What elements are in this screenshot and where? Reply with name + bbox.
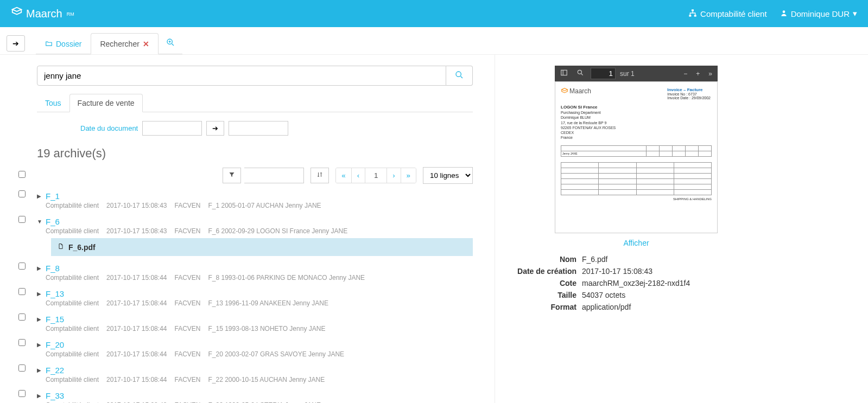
preview-panel: sur 1 − + » Invoice – Facture Invoice No…: [495, 55, 777, 403]
pager-first[interactable]: «: [336, 168, 351, 183]
pdf-toolbar: sur 1 − + »: [555, 66, 718, 81]
meta-value-taille: 54037 octets: [582, 291, 761, 299]
afficher-link[interactable]: Afficher: [623, 239, 649, 247]
search-input[interactable]: [37, 66, 446, 86]
tab-rechercher[interactable]: Rechercher ✕: [91, 33, 158, 54]
pager-page-input[interactable]: [365, 168, 387, 183]
svg-point-3: [782, 10, 785, 13]
result-checkbox[interactable]: [18, 216, 26, 223]
meta-value-format: application/pdf: [582, 303, 761, 311]
zoom-in-icon[interactable]: +: [694, 69, 702, 79]
result-checkbox[interactable]: [18, 314, 26, 321]
svg-rect-1: [689, 15, 691, 16]
result-meta: Comptabilité client2017-10-17 15:08:44FA…: [37, 325, 473, 332]
brand-logo[interactable]: Maarch RM: [11, 6, 74, 21]
expand-caret-icon[interactable]: ▶: [37, 291, 42, 297]
result-row: ▶F_13Comptabilité client2017-10-17 15:08…: [37, 287, 473, 312]
subtab-facture[interactable]: Facture de vente: [69, 94, 143, 112]
result-checkbox[interactable]: [18, 390, 26, 397]
expand-caret-icon[interactable]: ▶: [37, 316, 42, 322]
pdf-page[interactable]: Invoice – Facture Invoice No : 6737 Invo…: [555, 81, 718, 233]
main-tabs: Dossier Rechercher ✕: [36, 33, 182, 54]
result-link[interactable]: F_22: [46, 366, 64, 375]
sort-button[interactable]: [311, 168, 329, 183]
result-link[interactable]: F_20: [46, 340, 64, 349]
svg-point-5: [456, 72, 461, 76]
date-label: Date du document: [80, 124, 138, 132]
pager-last[interactable]: »: [401, 168, 416, 183]
new-search-button[interactable]: [159, 33, 182, 54]
svg-rect-0: [692, 9, 694, 11]
result-checkbox[interactable]: [18, 263, 26, 270]
list-controls: « ‹ › » 10 lignes: [37, 167, 473, 184]
subtab-all[interactable]: Tous: [37, 94, 69, 112]
result-checkbox[interactable]: [18, 288, 26, 295]
pdf-page-input[interactable]: [591, 68, 616, 79]
result-link[interactable]: F_33: [46, 391, 64, 400]
result-row: ▶F_8Comptabilité client2017-10-17 15:08:…: [37, 261, 473, 287]
pager: « ‹ › »: [335, 168, 416, 183]
expand-caret-icon[interactable]: ▶: [37, 367, 42, 373]
close-icon[interactable]: ✕: [143, 40, 149, 48]
result-row: ▶F_22Comptabilité client2017-10-17 15:08…: [37, 363, 473, 389]
result-checkbox[interactable]: [18, 364, 26, 372]
zoom-out-icon[interactable]: −: [681, 69, 689, 79]
result-link[interactable]: F_8: [46, 264, 60, 273]
arrow-right-icon: ➔: [212, 124, 218, 132]
invoice-lines-table: [561, 162, 712, 195]
filter-input[interactable]: [244, 168, 304, 183]
pager-next[interactable]: ›: [387, 168, 401, 183]
sidebar-toggle-icon[interactable]: [558, 68, 570, 79]
pdf-more-icon[interactable]: »: [706, 69, 714, 79]
date-to-input[interactable]: [229, 121, 288, 136]
meta-value-nom: F_6.pdf: [582, 255, 761, 264]
brand-sub: RM: [67, 11, 74, 17]
date-from-input[interactable]: [142, 121, 202, 136]
search-button[interactable]: [446, 66, 473, 86]
user-menu[interactable]: Dominique DUR ▾: [780, 9, 857, 18]
svg-rect-2: [694, 15, 696, 16]
expand-caret-icon[interactable]: ▶: [37, 342, 42, 348]
filter-icon: [229, 171, 235, 180]
result-checkbox[interactable]: [18, 190, 26, 197]
result-link[interactable]: F_13: [46, 289, 64, 298]
org-menu[interactable]: Comptabilité client: [688, 9, 767, 19]
file-icon: [58, 242, 64, 252]
filter-tabs: Tous Facture de vente: [37, 93, 473, 112]
search-panel: Tous Facture de vente Date du document ➔…: [7, 55, 495, 403]
result-link[interactable]: F_15: [46, 315, 64, 324]
meta-label-taille: Taille: [511, 291, 576, 299]
document-metadata: Nom F_6.pdf Date de création 2017-10-17 …: [511, 255, 761, 311]
select-all-checkbox[interactable]: [18, 171, 26, 178]
sidebar-toggle-button[interactable]: ➔: [7, 35, 25, 52]
pdf-page-sep: sur 1: [620, 70, 635, 78]
attachment-row[interactable]: F_6.pdf: [51, 238, 473, 256]
svg-point-7: [578, 70, 581, 74]
user-name: Dominique DUR: [791, 9, 850, 18]
result-link[interactable]: F_1: [46, 191, 60, 201]
result-row: ▶F_20Comptabilité client2017-10-17 15:08…: [37, 338, 473, 363]
expand-caret-icon[interactable]: ▼: [37, 219, 42, 225]
result-checkbox[interactable]: [18, 339, 26, 346]
filter-button[interactable]: [223, 168, 241, 183]
result-meta: Comptabilité client2017-10-17 15:08:43FA…: [37, 227, 473, 235]
brand-name: Maarch: [26, 8, 62, 20]
pdf-search-icon[interactable]: [574, 68, 586, 79]
pager-prev[interactable]: ‹: [352, 168, 365, 183]
box-icon: [11, 6, 23, 21]
expand-caret-icon[interactable]: ▶: [37, 193, 42, 199]
result-row: ▶F_1Comptabilité client2017-10-17 15:08:…: [37, 189, 473, 215]
result-list: ▶F_1Comptabilité client2017-10-17 15:08:…: [37, 189, 473, 403]
date-range-arrow[interactable]: ➔: [206, 121, 224, 136]
result-meta: Comptabilité client2017-10-17 15:08:44FA…: [37, 350, 473, 358]
lines-select[interactable]: 10 lignes: [423, 167, 473, 184]
expand-caret-icon[interactable]: ▶: [37, 393, 42, 399]
svg-rect-6: [561, 70, 567, 75]
expand-caret-icon[interactable]: ▶: [37, 265, 42, 271]
tab-dossier[interactable]: Dossier: [36, 33, 91, 54]
meta-value-cote: maarchRM_oxz3ej-2182-nxd1f4: [582, 279, 761, 287]
result-row: ▶F_15Comptabilité client2017-10-17 15:08…: [37, 312, 473, 338]
meta-value-created: 2017-10-17 15:08:43: [582, 267, 761, 276]
result-link[interactable]: F_6: [46, 217, 60, 226]
result-row: ▼F_6Comptabilité client2017-10-17 15:08:…: [37, 215, 473, 261]
